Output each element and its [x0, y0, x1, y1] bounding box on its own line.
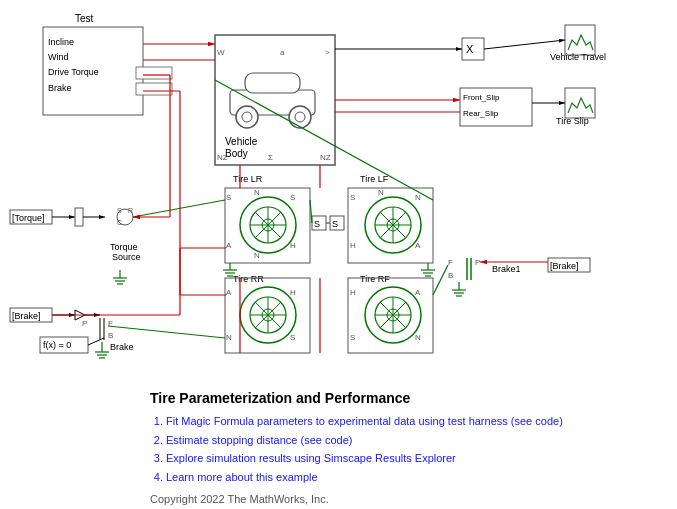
svg-text:S: S	[350, 193, 355, 202]
svg-text:A: A	[415, 288, 421, 297]
svg-text:Tire LR: Tire LR	[233, 174, 263, 184]
svg-text:N: N	[378, 188, 384, 197]
svg-text:Tire RR: Tire RR	[233, 274, 264, 284]
info-section: Tire Parameterization and Performance Fi…	[150, 390, 660, 505]
svg-text:Σ: Σ	[268, 153, 273, 162]
svg-text:A: A	[226, 288, 232, 297]
svg-rect-18	[245, 73, 300, 93]
svg-text:f(x) = 0: f(x) = 0	[43, 340, 71, 350]
svg-text:N: N	[415, 333, 421, 342]
svg-rect-12	[136, 67, 172, 79]
svg-point-22	[295, 112, 305, 122]
svg-text:S: S	[314, 219, 320, 229]
svg-text:N: N	[254, 251, 260, 260]
svg-text:H: H	[290, 288, 296, 297]
svg-text:Source: Source	[112, 252, 141, 262]
svg-text:X: X	[466, 43, 474, 55]
svg-text:S: S	[290, 333, 295, 342]
svg-rect-13	[136, 83, 172, 95]
svg-text:S: S	[332, 219, 338, 229]
svg-text:A: A	[415, 241, 421, 250]
info-item-2[interactable]: Estimate stopping distance (see code)	[166, 431, 660, 450]
svg-text:Front_Slip: Front_Slip	[463, 93, 500, 102]
svg-text:Brake: Brake	[48, 83, 72, 93]
copyright-text: Copyright 2022 The MathWorks, Inc.	[150, 493, 660, 505]
svg-text:Vehicle Travel: Vehicle Travel	[550, 52, 606, 62]
svg-text:F: F	[448, 258, 453, 267]
svg-line-170	[108, 326, 225, 338]
svg-rect-31	[565, 25, 595, 55]
svg-text:[Brake]: [Brake]	[550, 261, 579, 271]
svg-text:Torque: Torque	[110, 242, 138, 252]
svg-text:B: B	[448, 271, 453, 280]
svg-text:Vehicle: Vehicle	[225, 136, 258, 147]
svg-text:B: B	[108, 331, 113, 340]
info-item-3[interactable]: Explore simulation results using Simscap…	[166, 449, 660, 468]
svg-text:Tire RF: Tire RF	[360, 274, 390, 284]
svg-text:Wind: Wind	[48, 52, 69, 62]
svg-line-134	[484, 40, 565, 49]
svg-text:N: N	[415, 193, 421, 202]
info-item-4[interactable]: Learn more about this example	[166, 468, 660, 487]
svg-line-145	[133, 200, 225, 217]
svg-text:N: N	[226, 333, 232, 342]
svg-line-150	[433, 265, 448, 295]
svg-text:Incline: Incline	[48, 37, 74, 47]
svg-text:P: P	[82, 319, 87, 328]
info-item-1[interactable]: Fit Magic Formula parameters to experime…	[166, 412, 660, 431]
svg-rect-139	[75, 208, 83, 226]
svg-text:S: S	[226, 193, 231, 202]
svg-text:Body: Body	[225, 148, 248, 159]
svg-text:S: S	[117, 207, 122, 214]
svg-text:Tire LF: Tire LF	[360, 174, 389, 184]
svg-text:S: S	[290, 193, 295, 202]
svg-text:[Brake]: [Brake]	[12, 311, 41, 321]
svg-text:H: H	[350, 241, 356, 250]
svg-point-21	[242, 112, 252, 122]
svg-text:N: N	[254, 188, 260, 197]
svg-text:Rear_Slip: Rear_Slip	[463, 109, 499, 118]
svg-text:a: a	[280, 48, 285, 57]
svg-text:NZ: NZ	[217, 153, 228, 162]
svg-text:C: C	[117, 219, 122, 226]
svg-text:Tire Slip: Tire Slip	[556, 116, 589, 126]
svg-text:H: H	[350, 288, 356, 297]
info-title: Tire Parameterization and Performance	[150, 390, 660, 406]
diagram-container: Test Incline Wind Drive Torque Brake [To…	[0, 0, 677, 509]
svg-text:Brake1: Brake1	[492, 264, 521, 274]
svg-text:P: P	[475, 258, 480, 267]
svg-text:Test: Test	[75, 13, 94, 24]
svg-text:S: S	[350, 333, 355, 342]
svg-text:>: >	[325, 48, 330, 57]
svg-text:H: H	[290, 241, 296, 250]
svg-text:Drive Torque: Drive Torque	[48, 67, 99, 77]
svg-text:R: R	[128, 207, 133, 214]
svg-text:[Torque]: [Torque]	[12, 213, 45, 223]
svg-rect-36	[565, 88, 595, 118]
info-list: Fit Magic Formula parameters to experime…	[166, 412, 660, 487]
svg-text:Brake: Brake	[110, 342, 134, 352]
svg-text:W: W	[217, 48, 225, 57]
svg-text:NZ: NZ	[320, 153, 331, 162]
svg-text:A: A	[226, 241, 232, 250]
